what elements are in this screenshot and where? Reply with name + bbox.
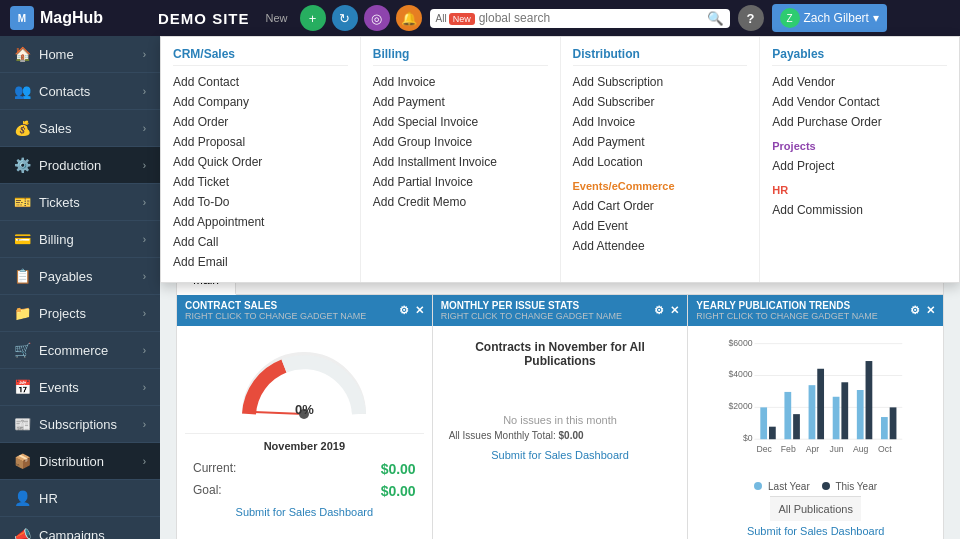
app-name: MagHub <box>40 9 103 27</box>
chevron-right-icon: › <box>143 345 146 356</box>
gear-icon[interactable]: ⚙ <box>654 304 664 317</box>
svg-rect-18 <box>761 407 768 439</box>
widget-icons: ⚙ ✕ <box>654 304 679 317</box>
refresh-button[interactable]: ↻ <box>332 5 358 31</box>
add-project-item[interactable]: Add Project <box>772 156 947 176</box>
close-icon[interactable]: ✕ <box>415 304 424 317</box>
main-layout: 🏠 Home › 👥 Contacts › 💰 Sales › ⚙️ Produ… <box>0 36 960 539</box>
sidebar-item-contacts[interactable]: 👥 Contacts › <box>0 73 160 110</box>
yearly-trends-body: $6000 $4000 $2000 $0 <box>688 326 943 539</box>
dist-add-payment-item[interactable]: Add Payment <box>573 132 748 152</box>
help-button[interactable]: ? <box>738 5 764 31</box>
sidebar-item-home[interactable]: 🏠 Home › <box>0 36 160 73</box>
add-subscription-item[interactable]: Add Subscription <box>573 72 748 92</box>
ecommerce-icon: 🛒 <box>14 342 31 358</box>
svg-text:Jun: Jun <box>830 444 844 454</box>
dist-add-invoice-item[interactable]: Add Invoice <box>573 112 748 132</box>
svg-text:Feb: Feb <box>781 444 796 454</box>
chevron-right-icon: › <box>143 271 146 282</box>
svg-text:Apr: Apr <box>806 444 820 454</box>
monthly-stats-header: MONTHLY PER ISSUE STATS Right Click to C… <box>433 295 688 326</box>
add-location-item[interactable]: Add Location <box>573 152 748 172</box>
sales-dashboard-link-1[interactable]: Submit for Sales Dashboard <box>228 502 382 522</box>
all-publications-bar: All Publications <box>770 496 861 521</box>
sales-dashboard-link-3[interactable]: Submit for Sales Dashboard <box>739 521 893 539</box>
close-icon[interactable]: ✕ <box>926 304 935 317</box>
add-proposal-item[interactable]: Add Proposal <box>173 132 348 152</box>
logo-area: M MagHub <box>10 6 150 30</box>
campaigns-icon: 📣 <box>14 527 31 539</box>
add-vendor-item[interactable]: Add Vendor <box>772 72 947 92</box>
add-call-item[interactable]: Add Call <box>173 232 348 252</box>
add-todo-item[interactable]: Add To-Do <box>173 192 348 212</box>
gear-icon[interactable]: ⚙ <box>910 304 920 317</box>
sidebar-item-label: Contacts <box>39 84 143 99</box>
sidebar-item-subscriptions[interactable]: 📰 Subscriptions › <box>0 406 160 443</box>
add-order-item[interactable]: Add Order <box>173 112 348 132</box>
add-special-invoice-item[interactable]: Add Special Invoice <box>373 112 548 132</box>
dropdown-col-distribution: Distribution Add Subscription Add Subscr… <box>561 37 761 282</box>
this-year-dot <box>822 482 830 490</box>
search-input[interactable] <box>479 11 707 25</box>
add-subscriber-item[interactable]: Add Subscriber <box>573 92 748 112</box>
sidebar-item-tickets[interactable]: 🎫 Tickets › <box>0 184 160 221</box>
add-cart-order-item[interactable]: Add Cart Order <box>573 196 748 216</box>
sidebar-item-label: Campaigns <box>39 528 146 540</box>
current-label: Current: <box>193 461 236 477</box>
sales-icon: 💰 <box>14 120 31 136</box>
sidebar-item-campaigns[interactable]: 📣 Campaigns <box>0 517 160 539</box>
chevron-down-icon: ▾ <box>873 11 879 25</box>
sidebar-item-ecommerce[interactable]: 🛒 Ecommerce › <box>0 332 160 369</box>
home-icon: 🏠 <box>14 46 31 62</box>
distribution-icon: 📦 <box>14 453 31 469</box>
add-contact-item[interactable]: Add Contact <box>173 72 348 92</box>
user-menu-button[interactable]: Z Zach Gilbert ▾ <box>772 4 887 32</box>
add-commission-item[interactable]: Add Commission <box>772 200 947 220</box>
gear-icon[interactable]: ⚙ <box>399 304 409 317</box>
add-invoice-item[interactable]: Add Invoice <box>373 72 548 92</box>
add-appointment-item[interactable]: Add Appointment <box>173 212 348 232</box>
contract-sales-body: 0% November 2019 Current: $0.00 Goal: $0… <box>177 326 432 530</box>
chevron-right-icon: › <box>143 456 146 467</box>
contract-sales-widget: CONTRACT SALES Right Click to Change Gad… <box>177 295 433 539</box>
add-company-item[interactable]: Add Company <box>173 92 348 112</box>
add-button[interactable]: + <box>300 5 326 31</box>
sidebar-item-sales[interactable]: 💰 Sales › <box>0 110 160 147</box>
add-quick-order-item[interactable]: Add Quick Order <box>173 152 348 172</box>
svg-text:Dec: Dec <box>757 444 773 454</box>
circle-button[interactable]: ◎ <box>364 5 390 31</box>
sidebar-item-distribution[interactable]: 📦 Distribution › <box>0 443 160 480</box>
goal-row: Goal: $0.00 <box>185 480 424 502</box>
sales-dashboard-link-2[interactable]: Submit for Sales Dashboard <box>483 445 637 465</box>
add-event-item[interactable]: Add Event <box>573 216 748 236</box>
add-ticket-item[interactable]: Add Ticket <box>173 172 348 192</box>
add-purchase-order-item[interactable]: Add Purchase Order <box>772 112 947 132</box>
sidebar-item-projects[interactable]: 📁 Projects › <box>0 295 160 332</box>
search-button[interactable]: 🔍 <box>707 11 724 26</box>
add-group-invoice-item[interactable]: Add Group Invoice <box>373 132 548 152</box>
subscriptions-icon: 📰 <box>14 416 31 432</box>
sidebar-item-production[interactable]: ⚙️ Production › <box>0 147 160 184</box>
chevron-right-icon: › <box>143 197 146 208</box>
add-partial-invoice-item[interactable]: Add Partial Invoice <box>373 172 548 192</box>
chart-svg: $6000 $4000 $2000 $0 <box>696 334 935 474</box>
sidebar-item-billing[interactable]: 💳 Billing › <box>0 221 160 258</box>
add-credit-memo-item[interactable]: Add Credit Memo <box>373 192 548 212</box>
add-attendee-item[interactable]: Add Attendee <box>573 236 748 256</box>
add-payment-item[interactable]: Add Payment <box>373 92 548 112</box>
add-installment-invoice-item[interactable]: Add Installment Invoice <box>373 152 548 172</box>
close-icon[interactable]: ✕ <box>670 304 679 317</box>
svg-rect-28 <box>881 417 888 439</box>
add-vendor-contact-item[interactable]: Add Vendor Contact <box>772 92 947 112</box>
sidebar-item-payables[interactable]: 📋 Payables › <box>0 258 160 295</box>
add-email-item[interactable]: Add Email <box>173 252 348 272</box>
sidebar-item-events[interactable]: 📅 Events › <box>0 369 160 406</box>
widget-title: CONTRACT SALES <box>185 300 366 311</box>
chevron-right-icon: › <box>143 419 146 430</box>
sidebar-item-label: Distribution <box>39 454 143 469</box>
production-icon: ⚙️ <box>14 157 31 173</box>
sidebar-item-hr[interactable]: 👤 HR <box>0 480 160 517</box>
notifications-button[interactable]: 🔔 <box>396 5 422 31</box>
sidebar-item-label: Projects <box>39 306 143 321</box>
dropdown-menu: CRM/Sales Add Contact Add Company Add Or… <box>160 36 960 283</box>
